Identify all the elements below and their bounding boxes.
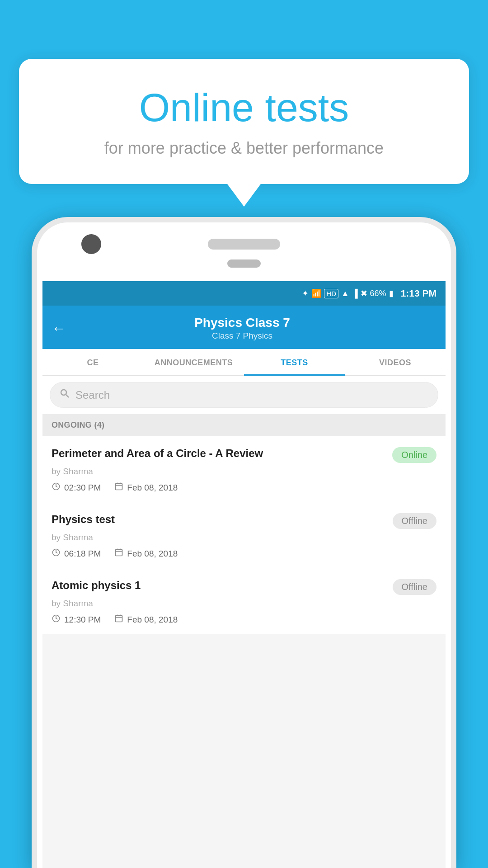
test-name: Physics test	[52, 512, 386, 527]
svg-rect-3	[116, 483, 122, 490]
test-time: 12:30 PM	[52, 614, 101, 626]
test-meta: 06:18 PM Feb 08, 201	[52, 548, 436, 560]
clock-icon	[52, 482, 61, 494]
tab-videos[interactable]: VIDEOS	[345, 349, 446, 375]
calendar-icon	[114, 614, 123, 626]
test-date: Feb 08, 2018	[114, 614, 178, 626]
test-name: Atomic physics 1	[52, 578, 386, 593]
test-meta: 12:30 PM Feb 08, 201	[52, 614, 436, 626]
svg-rect-13	[116, 615, 122, 622]
no-signal-icon: ✖	[361, 288, 367, 298]
test-author: by Sharma	[52, 467, 436, 476]
test-list: Perimeter and Area of a Circle - A Revie…	[42, 436, 446, 634]
phone-home-button[interactable]	[227, 259, 261, 268]
hero-title: Online tests	[42, 86, 446, 130]
app-header: ← Physics Class 7 Class 7 Physics	[42, 306, 446, 349]
tab-ce[interactable]: CE	[42, 349, 143, 375]
status-time: 1:13 PM	[401, 288, 436, 299]
test-author: by Sharma	[52, 533, 436, 542]
search-container: Search	[42, 376, 446, 414]
test-item[interactable]: Physics test Offline by Sharma	[42, 502, 446, 568]
search-icon	[59, 388, 70, 402]
tab-announcements[interactable]: ANNOUNCEMENTS	[143, 349, 244, 375]
svg-line-1	[66, 395, 69, 398]
vibrate-icon: 📶	[311, 288, 321, 298]
status-bar: ✦ 📶 HD ▲ ▐ ✖ 66% ▮ 1:13 PM	[42, 281, 446, 306]
signal-icon: ▐	[352, 289, 358, 298]
clock-icon	[52, 614, 61, 626]
hero-subtitle: for more practice & better performance	[42, 138, 446, 159]
test-date: Feb 08, 2018	[114, 548, 178, 560]
status-icons: ✦ 📶 HD ▲ ▐ ✖ 66% ▮	[302, 288, 393, 298]
status-badge: Online	[392, 447, 436, 463]
clock-icon	[52, 548, 61, 560]
test-item-top: Physics test Offline	[52, 512, 436, 529]
tab-tests[interactable]: TESTS	[244, 349, 345, 375]
hero-card: Online tests for more practice & better …	[19, 59, 469, 184]
test-time: 06:18 PM	[52, 548, 101, 560]
tab-bar: CE ANNOUNCEMENTS TESTS VIDEOS	[42, 349, 446, 376]
test-meta: 02:30 PM Feb 08, 201	[52, 482, 436, 494]
phone-inner: ✦ 📶 HD ▲ ▐ ✖ 66% ▮ 1:13 PM	[37, 222, 451, 868]
search-placeholder: Search	[75, 389, 110, 401]
test-name: Perimeter and Area of a Circle - A Revie…	[52, 446, 386, 461]
test-author: by Sharma	[52, 599, 436, 609]
svg-point-0	[61, 390, 66, 395]
phone-frame: ✦ 📶 HD ▲ ▐ ✖ 66% ▮ 1:13 PM	[32, 217, 456, 868]
status-badge: Offline	[393, 513, 436, 529]
test-item[interactable]: Atomic physics 1 Offline by Sharma	[42, 568, 446, 634]
calendar-icon	[114, 548, 123, 560]
test-item[interactable]: Perimeter and Area of a Circle - A Revie…	[42, 436, 446, 502]
svg-rect-8	[116, 549, 122, 556]
status-badge: Offline	[393, 579, 436, 595]
test-date: Feb 08, 2018	[114, 482, 178, 494]
hd-badge: HD	[324, 289, 338, 298]
phone-camera	[81, 234, 101, 254]
search-bar[interactable]: Search	[50, 382, 438, 408]
bluetooth-icon: ✦	[302, 288, 309, 298]
back-button[interactable]: ←	[52, 320, 66, 337]
header-title: Physics Class 7	[74, 316, 410, 330]
screen: ✦ 📶 HD ▲ ▐ ✖ 66% ▮ 1:13 PM	[42, 281, 446, 868]
test-time: 02:30 PM	[52, 482, 101, 494]
battery-percent: 66%	[370, 289, 386, 298]
phone-speaker	[208, 239, 280, 250]
test-item-top: Atomic physics 1 Offline	[52, 578, 436, 595]
header-breadcrumb: Class 7 Physics	[74, 331, 410, 341]
test-item-top: Perimeter and Area of a Circle - A Revie…	[52, 446, 436, 463]
section-header: ONGOING (4)	[42, 414, 446, 436]
wifi-icon: ▲	[341, 289, 349, 298]
battery-icon: ▮	[389, 288, 394, 298]
header-text: Physics Class 7 Class 7 Physics	[74, 316, 410, 341]
calendar-icon	[114, 482, 123, 494]
